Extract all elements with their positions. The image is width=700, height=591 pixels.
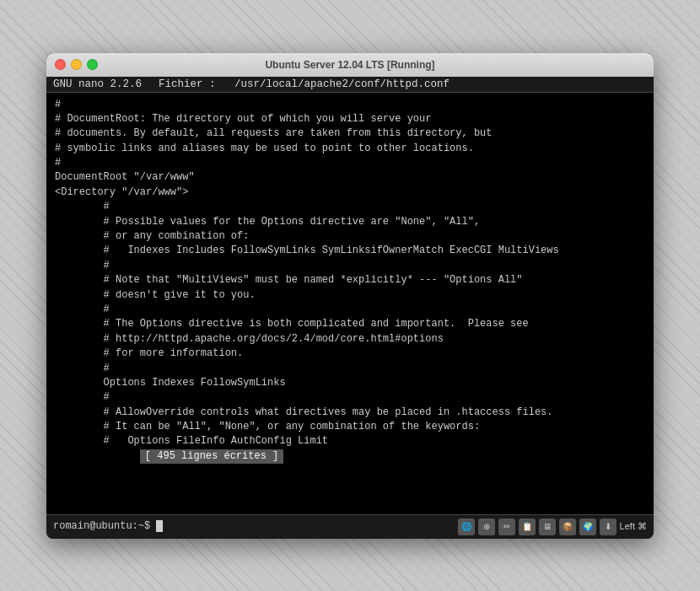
minimize-button[interactable] [71, 59, 82, 70]
taskbar-icon-clipboard[interactable]: 📋 [519, 518, 536, 535]
nano-file-path: /usr/local/apache2/conf/httpd.conf [234, 78, 450, 90]
nano-status-bar: GNU nano 2.2.6 Fichier : /usr/local/apac… [46, 77, 654, 93]
title-bar: Ubuntu Server 12.04 LTS [Running] [46, 53, 654, 77]
taskbar-icon-network[interactable]: 🌍 [579, 518, 596, 535]
bottom-bar: romain@ubuntu:~$ 🌐 ⊕ ✏ 📋 🖥 📦 🌍 ⬇ Left ⌘ [46, 514, 654, 539]
nano-app-name: GNU nano 2.2.6 [53, 78, 142, 90]
maximize-button[interactable] [87, 59, 98, 70]
taskbar-icon-plus[interactable]: ⊕ [478, 518, 495, 535]
terminal-prompt[interactable]: romain@ubuntu:~$ [53, 520, 163, 532]
cursor [156, 520, 163, 532]
save-status: [ 495 lignes écrites ] [140, 449, 283, 464]
taskbar-icon-pencil[interactable]: ✏ [498, 518, 515, 535]
window-title: Ubuntu Server 12.04 LTS [Running] [265, 59, 434, 71]
taskbar-icon-download[interactable]: ⬇ [600, 518, 617, 535]
taskbar-icon-package[interactable]: 📦 [559, 518, 576, 535]
terminal-content[interactable]: # # DocumentRoot: The directory out of w… [46, 93, 654, 514]
keyboard-shortcut-label: Left ⌘ [620, 521, 647, 532]
close-button[interactable] [55, 59, 66, 70]
window-controls [55, 59, 98, 70]
taskbar-icon-monitor[interactable]: 🖥 [539, 518, 556, 535]
taskbar-icons: 🌐 ⊕ ✏ 📋 🖥 📦 🌍 ⬇ Left ⌘ [458, 518, 647, 535]
taskbar-icon-globe[interactable]: 🌐 [458, 518, 475, 535]
nano-file-label: Fichier : /usr/local/apache2/conf/httpd.… [159, 78, 450, 90]
main-window: Ubuntu Server 12.04 LTS [Running] GNU na… [46, 53, 654, 539]
